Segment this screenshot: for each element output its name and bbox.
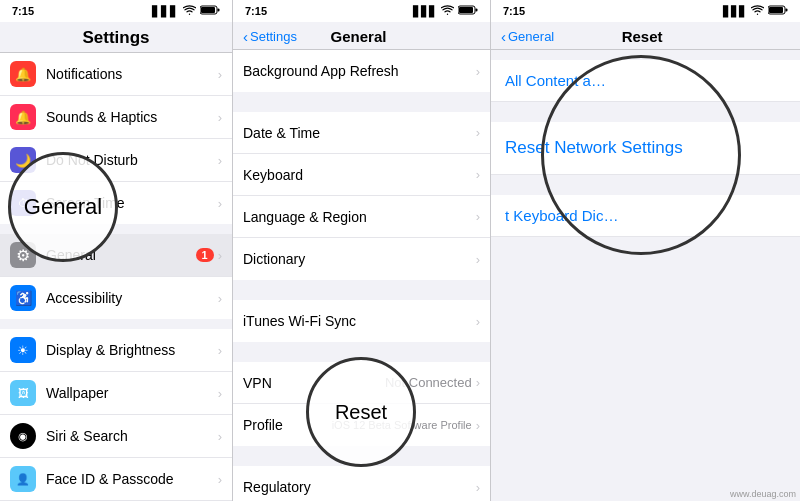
time-3: 7:15 <box>503 5 525 17</box>
chevron-accessibility: › <box>218 291 222 306</box>
chevron-dictionary: › <box>476 252 480 267</box>
back-button-3[interactable]: ‹ General <box>501 28 554 45</box>
panel-settings: 7:15 ▋▋▋ Settings 🔔 Notifications › 🔔 So… <box>0 0 233 501</box>
networksettings-label: Reset Network Settings <box>505 138 683 158</box>
row-keyboard[interactable]: Keyboard › <box>233 154 490 196</box>
allcontent-label: All Content a… <box>505 72 606 89</box>
nav-bar-3: ‹ General Reset <box>491 22 800 50</box>
gap-r3 <box>491 185 800 195</box>
back-chevron-2: ‹ <box>243 28 248 45</box>
row-vpn[interactable]: VPN Not Connected › <box>233 362 490 404</box>
time-2: 7:15 <box>245 5 267 17</box>
back-button-2[interactable]: ‹ Settings <box>243 28 297 45</box>
general-label: General <box>46 247 196 263</box>
vpn-label: VPN <box>243 375 385 391</box>
screentime-label: Screen Time <box>46 195 218 211</box>
svg-rect-7 <box>786 9 788 12</box>
displaybrightness-label: Display & Brightness <box>46 342 218 358</box>
section-2: ⚙ General 1 › ♿ Accessibility › <box>0 234 232 319</box>
row-faceid[interactable]: 👤 Face ID & Passcode › <box>0 458 232 501</box>
chevron-display: › <box>218 343 222 358</box>
reset-nav-title: Reset <box>622 28 663 45</box>
section-regulatory: Regulatory › <box>233 466 490 501</box>
gap-r2 <box>491 112 800 122</box>
siri-icon: ◉ <box>10 423 36 449</box>
time-1: 7:15 <box>12 5 34 17</box>
settings-title: Settings <box>12 28 220 48</box>
row-accessibility[interactable]: ♿ Accessibility › <box>0 277 232 319</box>
screentime-icon: ⏱ <box>10 190 36 216</box>
gap-3 <box>233 352 490 362</box>
chevron-language: › <box>476 209 480 224</box>
wifi-icon <box>183 5 196 17</box>
battery-icon-2 <box>458 5 478 17</box>
section-keyboarddict: t Keyboard Dic… <box>491 195 800 237</box>
section-networksettings: Reset Network Settings <box>491 122 800 175</box>
keyboarddict-label: t Keyboard Dic… <box>505 207 618 224</box>
section-datetime: Date & Time › Keyboard › Language & Regi… <box>233 112 490 280</box>
row-bgrefresh[interactable]: Background App Refresh › <box>233 50 490 92</box>
row-networksettings[interactable]: Reset Network Settings <box>491 122 800 175</box>
siri-label: Siri & Search <box>46 428 218 444</box>
sounds-icon: 🔔 <box>10 104 36 130</box>
bgrefresh-label: Background App Refresh <box>243 63 476 79</box>
row-general[interactable]: ⚙ General 1 › <box>0 234 232 277</box>
section-bgrefresh: Background App Refresh › <box>233 50 490 92</box>
status-icons-2: ▋▋▋ <box>413 5 478 17</box>
gap-2 <box>233 290 490 300</box>
chevron-regulatory: › <box>476 480 480 495</box>
donotdisturb-icon: 🌙 <box>10 147 36 173</box>
chevron-datetime: › <box>476 125 480 140</box>
row-language[interactable]: Language & Region › <box>233 196 490 238</box>
section-3: ☀ Display & Brightness › 🖼 Wallpaper › ◉… <box>0 329 232 501</box>
status-bar-1: 7:15 ▋▋▋ <box>0 0 232 22</box>
row-donotdisturb[interactable]: 🌙 Do Not Disturb › <box>0 139 232 182</box>
chevron-faceid: › <box>218 472 222 487</box>
gap-1 <box>233 102 490 112</box>
row-sounds[interactable]: 🔔 Sounds & Haptics › <box>0 96 232 139</box>
ituneswifi-label: iTunes Wi-Fi Sync <box>243 313 476 329</box>
wallpaper-icon: 🖼 <box>10 380 36 406</box>
svg-rect-5 <box>459 7 473 13</box>
keyboard-label: Keyboard <box>243 167 476 183</box>
row-wallpaper[interactable]: 🖼 Wallpaper › <box>0 372 232 415</box>
settings-list[interactable]: 🔔 Notifications › 🔔 Sounds & Haptics › 🌙… <box>0 53 232 501</box>
row-keyboarddict[interactable]: t Keyboard Dic… <box>491 195 800 237</box>
row-profile[interactable]: Profile iOS 12 Beta Software Profile › <box>233 404 490 446</box>
row-screentime[interactable]: ⏱ Screen Time › <box>0 182 232 224</box>
row-siri[interactable]: ◉ Siri & Search › <box>0 415 232 458</box>
faceid-icon: 👤 <box>10 466 36 492</box>
chevron-general: › <box>218 248 222 263</box>
row-displaybrightness[interactable]: ☀ Display & Brightness › <box>0 329 232 372</box>
general-list[interactable]: Background App Refresh › Date & Time › K… <box>233 50 490 501</box>
nav-bar-2: ‹ Settings General <box>233 22 490 50</box>
row-datetime[interactable]: Date & Time › <box>233 112 490 154</box>
panel-reset: 7:15 ▋▋▋ ‹ General Reset All Content a… <box>491 0 800 501</box>
section-ituneswifi: iTunes Wi-Fi Sync › <box>233 300 490 342</box>
row-allcontent[interactable]: All Content a… <box>491 60 800 102</box>
svg-rect-4 <box>476 9 478 12</box>
signal-icon-3: ▋▋▋ <box>723 6 747 17</box>
wifi-icon-3 <box>751 5 764 17</box>
svg-rect-1 <box>218 9 220 12</box>
status-icons-3: ▋▋▋ <box>723 5 788 17</box>
reset-list[interactable]: All Content a… Reset Network Settings t … <box>491 50 800 501</box>
row-dictionary[interactable]: Dictionary › <box>233 238 490 280</box>
chevron-notifications: › <box>218 67 222 82</box>
vpn-value: Not Connected <box>385 375 472 390</box>
displaybrightness-icon: ☀ <box>10 337 36 363</box>
chevron-sounds: › <box>218 110 222 125</box>
chevron-donotdisturb: › <box>218 153 222 168</box>
signal-icon: ▋▋▋ <box>152 6 179 17</box>
row-ituneswifi[interactable]: iTunes Wi-Fi Sync › <box>233 300 490 342</box>
language-label: Language & Region <box>243 209 476 225</box>
back-label-2: Settings <box>250 29 297 44</box>
row-notifications[interactable]: 🔔 Notifications › <box>0 53 232 96</box>
wifi-icon-2 <box>441 5 454 17</box>
status-bar-2: 7:15 ▋▋▋ <box>233 0 490 22</box>
battery-icon-3 <box>768 5 788 17</box>
svg-rect-2 <box>201 7 215 13</box>
row-regulatory[interactable]: Regulatory › <box>233 466 490 501</box>
notifications-label: Notifications <box>46 66 218 82</box>
battery-icon <box>200 5 220 17</box>
